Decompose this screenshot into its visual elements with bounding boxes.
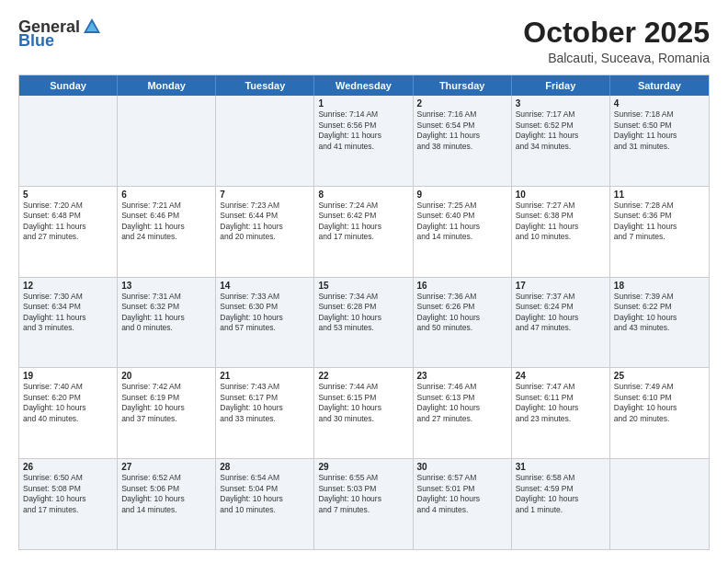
day-number-18: 18 [614, 281, 705, 291]
day-10: 10Sunrise: 7:27 AM Sunset: 6:38 PM Dayli… [512, 187, 610, 277]
day-21: 21Sunrise: 7:43 AM Sunset: 6:17 PM Dayli… [216, 368, 314, 458]
day-number-12: 12 [23, 281, 113, 291]
day-info-3: Sunrise: 7:17 AM Sunset: 6:52 PM Dayligh… [516, 109, 606, 152]
day-16: 16Sunrise: 7:36 AM Sunset: 6:26 PM Dayli… [414, 278, 512, 368]
day-number-24: 24 [516, 371, 606, 381]
day-number-29: 29 [318, 462, 408, 472]
day-info-21: Sunrise: 7:43 AM Sunset: 6:17 PM Dayligh… [220, 382, 310, 424]
empty-cell-0-0 [19, 96, 118, 186]
empty-cell-4-6 [610, 459, 709, 549]
day-4: 4Sunrise: 7:18 AM Sunset: 6:50 PM Daylig… [610, 96, 709, 186]
day-12: 12Sunrise: 7:30 AM Sunset: 6:34 PM Dayli… [19, 278, 118, 368]
day-11: 11Sunrise: 7:28 AM Sunset: 6:36 PM Dayli… [610, 187, 709, 277]
header: General Blue October 2025 Balcauti, Suce… [18, 17, 710, 65]
day-of-week-friday: Friday [512, 75, 610, 96]
day-info-9: Sunrise: 7:25 AM Sunset: 6:40 PM Dayligh… [417, 201, 507, 243]
day-15: 15Sunrise: 7:34 AM Sunset: 6:28 PM Dayli… [314, 278, 413, 368]
day-18: 18Sunrise: 7:39 AM Sunset: 6:22 PM Dayli… [610, 278, 709, 368]
day-number-31: 31 [516, 462, 606, 472]
empty-cell-0-1 [118, 96, 216, 186]
day-info-26: Sunrise: 6:50 AM Sunset: 5:08 PM Dayligh… [23, 473, 113, 515]
day-number-3: 3 [516, 98, 606, 109]
calendar-body: 1Sunrise: 7:14 AM Sunset: 6:56 PM Daylig… [19, 96, 709, 549]
day-info-30: Sunrise: 6:57 AM Sunset: 5:01 PM Dayligh… [417, 473, 507, 515]
day-of-week-wednesday: Wednesday [314, 75, 413, 96]
day-26: 26Sunrise: 6:50 AM Sunset: 5:08 PM Dayli… [19, 459, 118, 549]
calendar-row-2: 12Sunrise: 7:30 AM Sunset: 6:34 PM Dayli… [19, 278, 709, 369]
day-number-23: 23 [417, 371, 507, 381]
day-info-6: Sunrise: 7:21 AM Sunset: 6:46 PM Dayligh… [121, 201, 211, 243]
day-6: 6Sunrise: 7:21 AM Sunset: 6:46 PM Daylig… [118, 187, 216, 277]
day-28: 28Sunrise: 6:54 AM Sunset: 5:04 PM Dayli… [216, 459, 314, 549]
day-info-13: Sunrise: 7:31 AM Sunset: 6:32 PM Dayligh… [121, 292, 211, 334]
day-number-4: 4 [614, 98, 705, 109]
day-22: 22Sunrise: 7:44 AM Sunset: 6:15 PM Dayli… [314, 368, 413, 458]
day-8: 8Sunrise: 7:24 AM Sunset: 6:42 PM Daylig… [314, 187, 413, 277]
day-number-13: 13 [121, 281, 211, 291]
day-23: 23Sunrise: 7:46 AM Sunset: 6:13 PM Dayli… [414, 368, 512, 458]
day-of-week-monday: Monday [118, 75, 216, 96]
logo-blue-text: Blue [18, 31, 54, 51]
empty-cell-0-2 [216, 96, 314, 186]
day-number-15: 15 [318, 281, 408, 291]
calendar-row-1: 5Sunrise: 7:20 AM Sunset: 6:48 PM Daylig… [19, 187, 709, 278]
day-1: 1Sunrise: 7:14 AM Sunset: 6:56 PM Daylig… [314, 96, 413, 186]
day-number-27: 27 [121, 462, 211, 472]
day-number-11: 11 [614, 190, 705, 200]
day-info-5: Sunrise: 7:20 AM Sunset: 6:48 PM Dayligh… [23, 201, 113, 243]
day-3: 3Sunrise: 7:17 AM Sunset: 6:52 PM Daylig… [512, 96, 610, 186]
logo: General Blue [18, 17, 102, 51]
day-number-2: 2 [417, 98, 507, 109]
day-17: 17Sunrise: 7:37 AM Sunset: 6:24 PM Dayli… [512, 278, 610, 368]
day-info-7: Sunrise: 7:23 AM Sunset: 6:44 PM Dayligh… [220, 201, 310, 243]
day-info-1: Sunrise: 7:14 AM Sunset: 6:56 PM Dayligh… [318, 109, 408, 152]
day-7: 7Sunrise: 7:23 AM Sunset: 6:44 PM Daylig… [216, 187, 314, 277]
calendar-header: SundayMondayTuesdayWednesdayThursdayFrid… [19, 75, 709, 96]
day-number-10: 10 [516, 190, 606, 200]
day-30: 30Sunrise: 6:57 AM Sunset: 5:01 PM Dayli… [414, 459, 512, 549]
day-info-10: Sunrise: 7:27 AM Sunset: 6:38 PM Dayligh… [516, 201, 606, 243]
day-number-8: 8 [318, 190, 408, 200]
day-27: 27Sunrise: 6:52 AM Sunset: 5:06 PM Dayli… [118, 459, 216, 549]
day-number-19: 19 [23, 371, 113, 381]
day-of-week-sunday: Sunday [19, 75, 118, 96]
day-info-31: Sunrise: 6:58 AM Sunset: 4:59 PM Dayligh… [516, 473, 606, 515]
day-5: 5Sunrise: 7:20 AM Sunset: 6:48 PM Daylig… [19, 187, 118, 277]
day-number-7: 7 [220, 190, 310, 200]
day-of-week-thursday: Thursday [414, 75, 512, 96]
location-title: Balcauti, Suceava, Romania [523, 51, 710, 65]
calendar-row-0: 1Sunrise: 7:14 AM Sunset: 6:56 PM Daylig… [19, 96, 709, 187]
day-number-30: 30 [417, 462, 507, 472]
day-number-9: 9 [417, 190, 507, 200]
day-number-5: 5 [23, 190, 113, 200]
day-info-23: Sunrise: 7:46 AM Sunset: 6:13 PM Dayligh… [417, 382, 507, 424]
calendar-row-3: 19Sunrise: 7:40 AM Sunset: 6:20 PM Dayli… [19, 368, 709, 459]
day-info-16: Sunrise: 7:36 AM Sunset: 6:26 PM Dayligh… [417, 292, 507, 334]
day-info-28: Sunrise: 6:54 AM Sunset: 5:04 PM Dayligh… [220, 473, 310, 515]
day-14: 14Sunrise: 7:33 AM Sunset: 6:30 PM Dayli… [216, 278, 314, 368]
day-info-14: Sunrise: 7:33 AM Sunset: 6:30 PM Dayligh… [220, 292, 310, 334]
day-info-27: Sunrise: 6:52 AM Sunset: 5:06 PM Dayligh… [121, 473, 211, 515]
day-info-24: Sunrise: 7:47 AM Sunset: 6:11 PM Dayligh… [516, 382, 606, 424]
day-2: 2Sunrise: 7:16 AM Sunset: 6:54 PM Daylig… [414, 96, 512, 186]
day-number-22: 22 [318, 371, 408, 381]
day-info-8: Sunrise: 7:24 AM Sunset: 6:42 PM Dayligh… [318, 201, 408, 243]
calendar: SundayMondayTuesdayWednesdayThursdayFrid… [18, 75, 710, 550]
day-25: 25Sunrise: 7:49 AM Sunset: 6:10 PM Dayli… [610, 368, 709, 458]
day-number-1: 1 [318, 98, 408, 109]
day-24: 24Sunrise: 7:47 AM Sunset: 6:11 PM Dayli… [512, 368, 610, 458]
calendar-row-4: 26Sunrise: 6:50 AM Sunset: 5:08 PM Dayli… [19, 459, 709, 549]
day-9: 9Sunrise: 7:25 AM Sunset: 6:40 PM Daylig… [414, 187, 512, 277]
day-info-20: Sunrise: 7:42 AM Sunset: 6:19 PM Dayligh… [121, 382, 211, 424]
day-info-22: Sunrise: 7:44 AM Sunset: 6:15 PM Dayligh… [318, 382, 408, 424]
day-info-25: Sunrise: 7:49 AM Sunset: 6:10 PM Dayligh… [614, 382, 705, 424]
day-of-week-saturday: Saturday [610, 75, 709, 96]
day-of-week-tuesday: Tuesday [216, 75, 314, 96]
day-31: 31Sunrise: 6:58 AM Sunset: 4:59 PM Dayli… [512, 459, 610, 549]
day-number-6: 6 [121, 190, 211, 200]
day-number-17: 17 [516, 281, 606, 291]
day-number-26: 26 [23, 462, 113, 472]
day-info-17: Sunrise: 7:37 AM Sunset: 6:24 PM Dayligh… [516, 292, 606, 334]
day-number-16: 16 [417, 281, 507, 291]
day-info-19: Sunrise: 7:40 AM Sunset: 6:20 PM Dayligh… [23, 382, 113, 424]
